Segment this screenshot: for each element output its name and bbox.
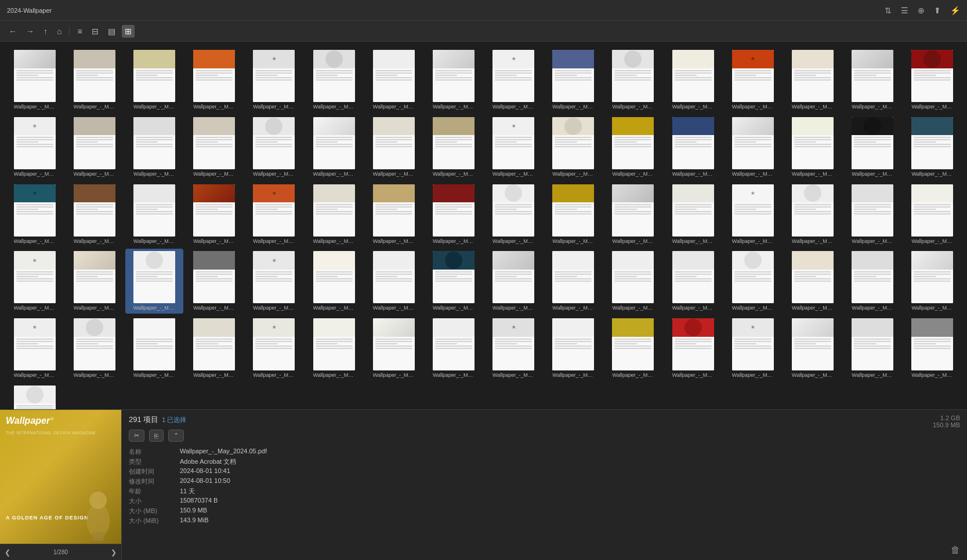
- file-item[interactable]: Wallpaper_-_May_2024....: [485, 249, 542, 314]
- file-item[interactable]: Wallpaper_-_May_2024....: [844, 182, 901, 247]
- file-item[interactable]: Wallpaper_-_May_2024....: [844, 316, 901, 381]
- back-button[interactable]: ←: [6, 25, 20, 38]
- file-item[interactable]: Wallpaper_-_May_2024....: [904, 48, 961, 112]
- file-item[interactable]: Wallpaper_-_May_2024....: [784, 249, 841, 314]
- file-item[interactable]: Wallpaper_-_May_2024....: [186, 115, 243, 180]
- sort-icon[interactable]: ⇅: [885, 6, 892, 15]
- file-item[interactable]: Wallpaper_-_May_2024....: [485, 182, 542, 247]
- file-item[interactable]: Wallpaper_-_May_2024....: [724, 249, 781, 314]
- file-item[interactable]: ★Wallpaper_-_May_2024....: [245, 182, 303, 247]
- file-item[interactable]: ★Wallpaper_-_May_2024....: [485, 115, 542, 180]
- file-item[interactable]: Wallpaper_-_May_2024....: [604, 48, 662, 112]
- file-item[interactable]: Wallpaper_-_May_2024....: [186, 182, 243, 247]
- file-item[interactable]: Wallpaper_-_May_2024....: [664, 182, 722, 247]
- file-item[interactable]: Wallpaper_-_May_2024....: [784, 182, 841, 247]
- file-item[interactable]: Wallpaper_-_May_2024....: [425, 115, 482, 180]
- file-item[interactable]: Wallpaper_-_May_2024....: [844, 249, 901, 314]
- delete-button[interactable]: 🗑: [951, 545, 960, 555]
- file-item[interactable]: Wallpaper_-_May_2024....: [305, 182, 363, 247]
- bolt-icon[interactable]: ⚡: [950, 6, 960, 15]
- file-item[interactable]: ★Wallpaper_-_May_2024....: [485, 316, 542, 381]
- file-item[interactable]: ★Wallpaper_-_May_2024....: [724, 316, 781, 381]
- file-item[interactable]: Wallpaper_-_May_2024....: [125, 249, 183, 314]
- file-item[interactable]: Wallpaper_-_May_2024....: [425, 249, 482, 314]
- view-detail-button[interactable]: ⊟: [89, 25, 102, 38]
- preview-next-button[interactable]: ❯: [111, 548, 117, 557]
- file-item[interactable]: Wallpaper_-_May_2024....: [305, 48, 363, 112]
- file-item[interactable]: ★Wallpaper_-_May_2024....: [724, 182, 781, 247]
- file-item[interactable]: Wallpaper_-_May_2024....: [545, 182, 602, 247]
- file-item[interactable]: Wallpaper_-_May_2024....: [425, 48, 482, 112]
- file-item[interactable]: Wallpaper_-_May_2024....: [664, 115, 722, 180]
- file-item[interactable]: Wallpaper_-_May_2024....: [365, 249, 422, 314]
- file-item[interactable]: Wallpaper_-_May_2024....: [365, 182, 422, 247]
- file-item[interactable]: Wallpaper_-_May_2024....: [66, 182, 123, 247]
- file-item[interactable]: Wallpaper_-_May_2024....: [844, 115, 901, 180]
- file-item[interactable]: ★Wallpaper_-_May_2024....: [6, 182, 63, 247]
- cut-button[interactable]: ✂: [129, 430, 144, 442]
- file-item[interactable]: ★Wallpaper_-_May_2024....: [485, 48, 542, 112]
- file-item[interactable]: Wallpaper_-_May_2024....: [425, 316, 482, 381]
- file-item[interactable]: Wallpaper_-_May_2024....: [186, 316, 243, 381]
- view-grid-button[interactable]: ⊞: [122, 25, 135, 38]
- file-item[interactable]: Wallpaper_-_May_2024....: [545, 316, 602, 381]
- file-item[interactable]: Wallpaper_-_May_2024....: [545, 249, 602, 314]
- selected-count[interactable]: 1 已选择: [162, 416, 186, 424]
- file-item[interactable]: Wallpaper_-_May_2024....: [904, 316, 961, 381]
- home-button[interactable]: ⌂: [54, 25, 64, 38]
- forward-button[interactable]: →: [23, 25, 37, 38]
- file-item[interactable]: Wallpaper_-_May_2024....: [844, 48, 901, 112]
- file-item[interactable]: Wallpaper_-_May_2024....: [604, 115, 662, 180]
- file-item[interactable]: Wallpaper_-_May_2024....: [604, 182, 662, 247]
- file-item[interactable]: ★Wallpaper_-_May_2024....: [245, 48, 303, 112]
- file-item[interactable]: Wallpaper_-_May_2024....: [664, 316, 722, 381]
- file-item[interactable]: Wallpaper_-_May_2024....: [125, 182, 183, 247]
- file-item[interactable]: Wallpaper_-_May_2024....: [365, 115, 422, 180]
- up-button[interactable]: ↑: [41, 25, 50, 38]
- file-item[interactable]: Wallpaper_-_May_2024....: [305, 115, 363, 180]
- file-item[interactable]: ★Wallpaper_-_May_2024....: [724, 48, 781, 112]
- file-item[interactable]: Wallpaper_-_May_2024....: [365, 48, 422, 112]
- file-item[interactable]: Wallpaper_-_May_2024....: [66, 115, 123, 180]
- file-item[interactable]: ★Wallpaper_-_May_2024....: [245, 316, 303, 381]
- file-item[interactable]: Wallpaper_-_May_2024....: [365, 316, 422, 381]
- list-icon[interactable]: ☰: [901, 6, 908, 15]
- file-item[interactable]: Wallpaper_-_May_2024....: [125, 316, 183, 381]
- copy-button[interactable]: ⎘: [149, 430, 164, 442]
- file-item[interactable]: Wallpaper_-_May_2024....: [66, 48, 123, 112]
- file-item[interactable]: Wallpaper_-_May_2024....: [545, 48, 602, 112]
- file-item[interactable]: Wallpaper_-_May_2024....: [6, 383, 63, 409]
- file-item[interactable]: Wallpaper_-_May_2024....: [125, 115, 183, 180]
- view-column-button[interactable]: ▤: [105, 25, 118, 38]
- file-item[interactable]: Wallpaper_-_May_2024....: [305, 249, 363, 314]
- file-item[interactable]: ★Wallpaper_-_May_2024....: [6, 316, 63, 381]
- file-item[interactable]: Wallpaper_-_May_2024....: [305, 316, 363, 381]
- file-item[interactable]: ★Wallpaper_-_May_2024....: [6, 115, 63, 180]
- view-list-button[interactable]: ≡: [74, 25, 85, 38]
- file-item[interactable]: Wallpaper_-_May_2024....: [604, 249, 662, 314]
- share-icon[interactable]: ⬆: [934, 6, 941, 15]
- file-item[interactable]: Wallpaper_-_May_2024....: [904, 182, 961, 247]
- file-item[interactable]: Wallpaper_-_May_2024....: [545, 115, 602, 180]
- file-item[interactable]: Wallpaper_-_May_2024....: [784, 115, 841, 180]
- file-item[interactable]: Wallpaper_-_May_2024....: [6, 48, 63, 112]
- file-item[interactable]: ★Wallpaper_-_May_2024....: [245, 249, 303, 314]
- file-item[interactable]: Wallpaper_-_May_2024....: [125, 48, 183, 112]
- file-item[interactable]: ★Wallpaper_-_May_2024....: [6, 249, 63, 314]
- add-icon[interactable]: ⊕: [918, 6, 925, 15]
- file-item[interactable]: Wallpaper_-_May_2024....: [784, 48, 841, 112]
- file-item[interactable]: Wallpaper_-_May_2024....: [664, 48, 722, 112]
- file-item[interactable]: Wallpaper_-_May_2024....: [904, 249, 961, 314]
- file-item[interactable]: Wallpaper_-_May_2024....: [604, 316, 662, 381]
- file-item[interactable]: Wallpaper_-_May_2024....: [66, 316, 123, 381]
- preview-prev-button[interactable]: ❮: [5, 548, 10, 557]
- paste-button[interactable]: ⌃: [168, 430, 184, 442]
- file-item[interactable]: Wallpaper_-_May_2024....: [186, 249, 243, 314]
- file-item[interactable]: Wallpaper_-_May_2024....: [784, 316, 841, 381]
- file-item[interactable]: Wallpaper_-_May_2024....: [186, 48, 243, 112]
- file-item[interactable]: Wallpaper_-_May_2024....: [66, 249, 123, 314]
- file-item[interactable]: Wallpaper_-_May_2024....: [664, 249, 722, 314]
- file-item[interactable]: Wallpaper_-_May_2024....: [724, 115, 781, 180]
- file-item[interactable]: Wallpaper_-_May_2024....: [904, 115, 961, 180]
- file-item[interactable]: Wallpaper_-_May_2024....: [425, 182, 482, 247]
